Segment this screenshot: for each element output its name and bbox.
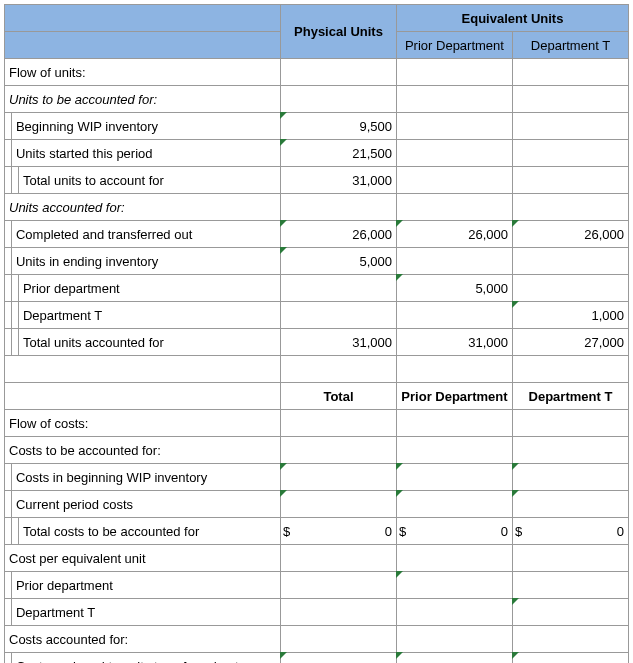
row-completed-transferred: Completed and transferred out [11, 221, 280, 248]
col-dept-t2: Department T [512, 383, 628, 410]
cell-total-costs-tb-pd: 0 [413, 518, 513, 545]
cell-current-period-dt[interactable] [512, 491, 628, 518]
row-cost-per-equiv: Cost per equivalent unit [5, 545, 281, 572]
col-equivalent-units: Equivalent Units [396, 5, 628, 32]
row-total-costs-to-be: Total costs to be accounted for [18, 518, 280, 545]
cell-costs-assigned-pd[interactable] [396, 653, 512, 664]
row-units-accounted-for: Units accounted for: [5, 194, 281, 221]
row-prior-dept: Prior department [18, 275, 280, 302]
col-dept-t: Department T [512, 32, 628, 59]
cell-beginning-wip-pu[interactable]: 9,500 [281, 113, 397, 140]
cell-units-started-pu[interactable]: 21,500 [281, 140, 397, 167]
cell-costs-assigned-dt[interactable] [512, 653, 628, 664]
col-prior-dept2: Prior Department [396, 383, 512, 410]
row-dept-t: Department T [18, 302, 280, 329]
cell-completed-dt[interactable]: 26,000 [512, 221, 628, 248]
col-prior-dept: Prior Department [396, 32, 512, 59]
row-total-units-accounted: Total units accounted for [18, 329, 280, 356]
row-flow-of-units: Flow of units: [5, 59, 281, 86]
row-costs-assigned: Costs assigned to units transferred out [11, 653, 280, 664]
row-beginning-wip: Beginning WIP inventory [11, 113, 280, 140]
cell-current-period-pd[interactable] [396, 491, 512, 518]
col-total: Total [281, 383, 397, 410]
cost-report-table: Physical Units Equivalent Units Prior De… [4, 4, 629, 663]
row-total-units-to-account: Total units to account for [18, 167, 280, 194]
cell-cost-dept-t-dt[interactable] [512, 599, 628, 626]
cell-costs-assigned-total[interactable] [281, 653, 397, 664]
row-cost-prior-dept: Prior department [11, 572, 280, 599]
cell-costs-beg-wip-pd[interactable] [396, 464, 512, 491]
cell-total-costs-tb-dt: 0 [529, 518, 629, 545]
row-costs-accounted-for: Costs accounted for: [5, 626, 281, 653]
cell-cost-prior-dept-pd[interactable] [396, 572, 512, 599]
cell-total-units-acc-pu: 31,000 [281, 329, 397, 356]
cell-costs-beg-wip-dt[interactable] [512, 464, 628, 491]
row-units-to-be-accounted: Units to be accounted for: [5, 86, 281, 113]
row-units-started: Units started this period [11, 140, 280, 167]
row-cost-dept-t: Department T [11, 599, 280, 626]
cell-total-units-to-account-pu: 31,000 [281, 167, 397, 194]
row-flow-of-costs: Flow of costs: [5, 410, 281, 437]
cell-prior-dept-pd[interactable]: 5,000 [396, 275, 512, 302]
row-current-period-costs: Current period costs [11, 491, 280, 518]
cell-units-ending-pu[interactable]: 5,000 [281, 248, 397, 275]
cell-costs-beg-wip-total[interactable] [281, 464, 397, 491]
row-units-ending: Units in ending inventory [11, 248, 280, 275]
cell-dept-t-dt[interactable]: 1,000 [512, 302, 628, 329]
row-costs-beginning-wip: Costs in beginning WIP inventory [11, 464, 280, 491]
row-costs-to-be-accounted: Costs to be accounted for: [5, 437, 281, 464]
col-physical-units: Physical Units [281, 5, 397, 59]
cell-total-units-acc-pd: 31,000 [396, 329, 512, 356]
cell-total-costs-tb-total: 0 [297, 518, 397, 545]
cell-completed-pd[interactable]: 26,000 [396, 221, 512, 248]
cell-current-period-total[interactable] [281, 491, 397, 518]
cell-completed-pu[interactable]: 26,000 [281, 221, 397, 248]
cell-total-units-acc-dt: 27,000 [512, 329, 628, 356]
